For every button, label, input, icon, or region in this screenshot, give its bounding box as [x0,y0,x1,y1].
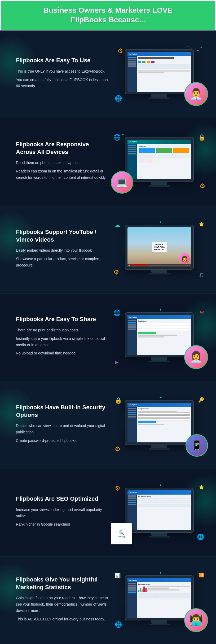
gear-icon-seo: ⚙ [115,485,121,492]
gear-icon-responsive: ⚙ [200,182,205,190]
globe-icon-marketing: 🌐 [115,621,122,628]
feature-seo: EazyFlipBook Ads Manager Lis [0,469,216,557]
feature-marketing: Flipbooks Give You Insightful Marketing … [0,557,216,644]
feature-heading-easy: Flipbooks Are Easy To Use [16,57,108,64]
phone-avatar-security: 📱 [186,434,208,457]
feature-image-responsive: EazyFlipBook [113,133,206,191]
wifi-icon-marketing: 📶 [199,572,204,578]
feature-para-seo-1: Increase your views, indexing, and overa… [16,507,108,519]
feature-heading-security: Flipbooks Have Built-in Security Options [16,404,108,419]
feature-heading-share: Flipbooks Are Easy To Share [16,316,108,323]
laptop-avatar-responsive: 💻 [111,171,133,194]
lock-icon-security: 🔒 [115,397,122,404]
feature-text-responsive: Flipbooks Are Responsive Across All Devi… [11,141,113,183]
feature-image-video: UNLOCKYOUR FULLPOTENTIAL ▶ 0:30 👩 [113,220,206,279]
feature-easy-to-use: Flipbooks Are Easy To Use This is true O… [0,30,216,118]
gear-icon-easy: ⚙ [117,47,123,55]
star-icon-video: ⭐ [199,222,204,227]
star-icon-seo: ⭐ [199,485,204,490]
music-icon-video: 🎵 [199,272,204,277]
feature-image-easy: EazyFlipBook [113,45,206,103]
person-avatar-easy: 👨‍💼 [184,82,208,106]
feature-text-share: Flipbooks Are Easy To Share There are no… [11,316,113,359]
globe-icon-share: 🌐 [113,309,121,316]
feature-text-marketing: Flipbooks Give You Insightful Marketing … [11,576,113,624]
feature-para-share-1: There are no print or distribution costs… [16,327,108,334]
header-title: Business Owners & Marketers LOVE FlipBoo… [9,6,207,25]
lock-icon-responsive: 🔒 [198,134,205,141]
feature-para-easy-2: You can create a fully-functional FLIPBO… [16,77,108,90]
feature-para-video-2: Showcase a particular product, service o… [16,256,108,269]
feature-heading-video: Flipbooks Support YouTube / Vimeo Videos [16,228,108,243]
sparkle-5: ✦ [159,396,162,399]
gear-icon-video: ⚙ [113,269,119,276]
sparkle-icon-2: ✦ [121,133,125,137]
feature-para-marketing-1: Gain insightful data on your readers... … [16,595,108,614]
chart-icon-marketing: 📊 [115,572,121,578]
search-book-seo: 🔍 search [ [111,523,132,544]
sparkle-icon: ✦ [200,45,203,49]
feature-image-security: EazyFlipBook Change Password [113,396,206,454]
feature-video: Flipbooks Support YouTube / Vimeo Videos… [0,206,216,294]
person-avatar-marketing: 👨‍💻 [184,608,208,632]
feature-para-video-1: Easily embed videos directly into your f… [16,247,108,254]
feature-heading-responsive: Flipbooks Are Responsive Across All Devi… [16,141,108,156]
feature-para-share-3: No upload or download time needed. [16,350,108,357]
sparkle-7: ✦ [159,571,162,575]
sparkle-3: ✦ [159,220,162,224]
sparkle-4: ✦ [159,308,162,312]
feature-heading-marketing: Flipbooks Give You Insightful Marketing … [16,576,108,591]
sparkle-6: ✦ [159,483,162,487]
email-icon-share: ✉ [200,309,204,315]
feature-para-share-2: Instantly share your flipbook via a simp… [16,336,108,348]
feature-image-seo: EazyFlipBook Ads Manager Lis [113,483,206,542]
feature-para-security-1: Decide who can view, share and download … [16,423,108,436]
feature-responsive: EazyFlipBook [0,118,216,206]
feature-para-security-2: Create password-protected flipbooks. [16,438,108,444]
feature-heading-seo: Flipbooks Are SEO Optimized [16,495,108,503]
feature-share: EazyFlipBook Blog Settings [0,294,216,381]
feature-text-security: Flipbooks Have Built-in Security Options… [11,404,113,446]
header-banner: Business Owners & Marketers LOVE FlipBoo… [0,0,216,30]
video-unlock-text: UNLOCKYOUR FULLPOTENTIAL [154,243,165,251]
cloud-icon-video: ☁ [115,222,120,228]
feature-para-responsive-1: Read them on phones, tablets, laptops... [16,160,108,166]
feature-text-easy: Flipbooks Are Easy To Use This is true O… [11,57,113,91]
person-avatar-share: 👩‍💼 [184,345,208,369]
globe-icon-seo: 🌐 [197,534,204,540]
dot-icon: ● [197,49,199,52]
globe-icon-easy: 🌐 [115,95,122,102]
play-icon-share: ▶ [115,359,118,365]
feature-text-seo: Flipbooks Are SEO Optimized Increase you… [11,495,113,530]
gear-icon-security: ⚙ [115,445,121,453]
key-icon-security: 🔑 [198,397,204,403]
feature-security: Flipbooks Have Built-in Security Options… [0,381,216,469]
feature-para-responsive-2: Readers can zoom in on the smallest pict… [16,168,108,181]
feature-image-share: EazyFlipBook Blog Settings [113,308,206,366]
feature-para-seo-2: Rank higher in Google searches! [16,521,108,528]
feature-image-marketing: EazyFlipBook Marketplace Set [113,571,206,629]
feature-text-video: Flipbooks Support YouTube / Vimeo Videos… [11,228,113,271]
globe-icon-responsive: 🌐 [113,134,121,141]
feature-para-easy-1: This is true ONLY if you have access to … [16,68,108,75]
feature-para-marketing-2: This is ABSOLUTELY critical for every bu… [16,616,108,623]
